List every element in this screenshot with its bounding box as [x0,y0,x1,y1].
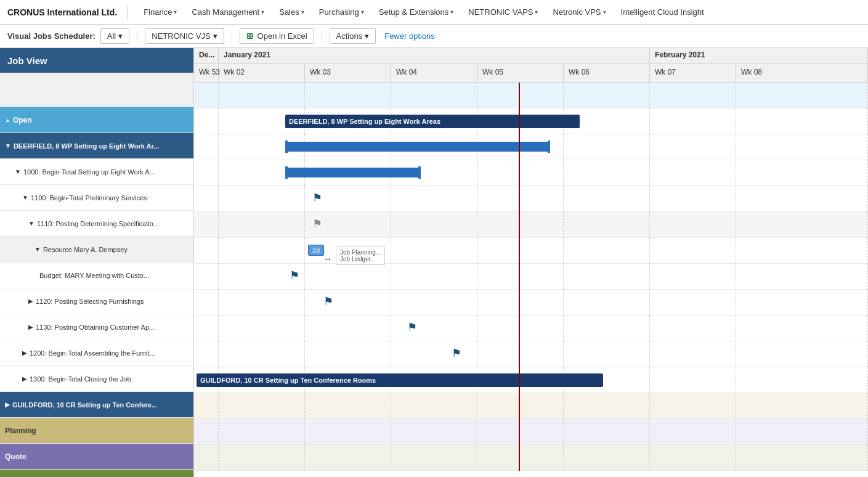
chevron-down-icon: ▾ [603,9,606,15]
chevron-down-icon: ▾ [301,9,304,15]
row-1200[interactable]: 1200: Begin-Total Assembling the Furnit.… [0,340,193,366]
company-name: CRONUS International Ltd. [7,7,117,17]
expand-icon [5,401,10,408]
actions-button[interactable]: Actions ▾ [330,28,376,44]
flag-1300: ⚑ [452,346,461,360]
expand-icon [28,324,33,330]
collapse-icon [34,246,41,253]
flag-1120: ⚑ [290,269,299,282]
gantt-rows: DEERFIELD, 8 WP Setting up Eight Work Ar… [194,83,868,471]
open-excel-button[interactable]: ⊞ Open in Excel [240,28,314,44]
gantt-row-1200: ⚑ [194,316,868,341]
expand-icon [22,349,27,356]
toolbar: Visual Jobs Scheduler: All ▾ NETRONIC VJ… [0,25,868,48]
flag-1200: ⚑ [407,320,417,334]
collapse-icon [15,168,21,175]
job-view-header: Job View [0,48,193,73]
row-1000[interactable]: 1000: Begin-Total Setting up Eight Work … [0,159,193,185]
row-1100[interactable]: 1100: Begin-Total Preliminary Services [0,185,193,211]
netronic-vjs-button[interactable]: NETRONIC VJS ▾ [145,28,224,44]
gantt-row-open [194,83,868,108]
week-03: Wk 03 [305,64,391,82]
nav-intelligent-cloud[interactable]: Intelligent Cloud Insight [615,2,710,22]
all-button[interactable]: All ▾ [100,28,129,44]
expand-icon [28,298,33,304]
nav-items: Finance ▾ Cash Management ▾ Sales ▾ Purc… [137,2,710,22]
gantt-header: De... January 2021 February 2021 Wk 53 W… [194,48,868,83]
week-08: Wk 08 [736,64,868,82]
gantt-row-quote [194,419,868,445]
week-04: Wk 04 [391,64,477,82]
row-1120[interactable]: 1120: Posting Selecting Furnishings [0,288,193,314]
deerfield-bar[interactable]: DEERFIELD, 8 WP Setting up Eight Work Ar… [285,115,580,128]
row-open[interactable]: Open [0,107,193,133]
toolbar-separator [137,30,137,43]
week-row: Wk 53 Wk 02 Wk 03 Wk 04 Wk 05 Wk 06 Wk 0… [194,64,868,82]
week-06: Wk 06 [564,64,650,82]
week-05: Wk 05 [477,64,564,82]
1100-bar[interactable] [285,168,421,177]
flag-1110: ⚑ [312,191,322,205]
nav-netronic-vaps[interactable]: NETRONIC VAPS ▾ [462,2,544,22]
gantt-panel: De... January 2021 February 2021 Wk 53 W… [194,48,868,477]
chevron-down-icon: ▾ [361,9,364,15]
gantt-row-1000 [194,134,868,160]
gantt-row-planning [194,393,868,419]
week-07: Wk 07 [650,64,736,82]
nav-finance[interactable]: Finance ▾ [137,2,183,22]
nav-sales[interactable]: Sales ▾ [273,2,310,22]
nav-netronic-vps[interactable]: Netronic VPS ▾ [546,2,612,22]
gantt-row-1120: ⚑ [194,264,868,290]
row-planning[interactable]: Planning [0,418,193,444]
collapse-icon [22,194,28,201]
nav-setup-extensions[interactable]: Setup & Extensions ▾ [373,2,460,22]
month-dec: De... [194,48,219,63]
gantt-row-1130: ⚑ [194,290,868,316]
chevron-down-icon: ▾ [261,9,264,15]
chevron-down-icon: ▾ [174,9,177,15]
nav-divider [127,5,128,20]
chevron-down-icon: ▾ [450,9,453,15]
gantt-row-resource-mary: ⚑ [194,212,868,238]
week-02: Wk 02 [219,64,305,82]
flag-resource: ⚑ [312,217,322,230]
row-guildford[interactable]: GUILDFORD, 10 CR Setting up Ten Confere.… [0,392,193,418]
1000-bar[interactable] [285,142,550,152]
gantt-row-budget: 2d ↔ Job Planning... Job Ledger... [194,238,868,264]
gantt-row-completed [194,445,868,471]
gantt-row-deerfield: DEERFIELD, 8 WP Setting up Eight Work Ar… [194,108,868,134]
collapse-icon [5,142,11,149]
month-jan: January 2021 [219,48,650,63]
row-completed[interactable]: Completed [0,470,193,477]
chevron-down-icon: ▾ [213,31,217,41]
row-budget-mary[interactable]: Budget: MARY Meeting with Custo... [0,263,193,288]
week-53: Wk 53 [194,64,219,82]
gantt-body: DEERFIELD, 8 WP Setting up Eight Work Ar… [194,83,868,477]
excel-icon: ⊞ [246,31,253,41]
today-line [519,83,520,471]
nav-purchasing[interactable]: Purchasing ▾ [313,2,370,22]
guildford-bar[interactable]: GUILDFORD, 10 CR Setting up Ten Conferen… [197,373,603,387]
row-1300[interactable]: 1300: Begin-Total Closing the Job [0,366,193,392]
row-resource-mary[interactable]: Resource Mary A. Dempsey [0,237,193,263]
budget-item[interactable]: 2d [308,245,324,256]
job-popup: Job Planning... Job Ledger... [336,247,385,265]
left-panel: Job View Open DEERFIELD, 8 WP Setting up… [0,48,194,477]
row-1130[interactable]: 1130: Posting Obtaining Customer Ap... [0,314,193,340]
tree-rows: Open DEERFIELD, 8 WP Setting up Eight Wo… [0,107,193,477]
row-deerfield[interactable]: DEERFIELD, 8 WP Setting up Eight Work Ar… [0,133,193,159]
chevron-down-icon: ▾ [365,31,369,41]
top-navigation: CRONUS International Ltd. Finance ▾ Cash… [0,0,868,25]
chevron-down-icon: ▾ [118,31,123,41]
toolbar-separator-3 [322,30,322,43]
nav-cash-management[interactable]: Cash Management ▾ [185,2,270,22]
row-1110[interactable]: 1110: Posting Determining Specificatio..… [0,211,193,237]
collapse-icon [28,220,34,227]
toolbar-page-label: Visual Jobs Scheduler: [7,31,95,41]
month-row: De... January 2021 February 2021 [194,48,868,64]
gantt-row-1110: ⚑ [194,186,868,212]
fewer-options-link[interactable]: Fewer options [381,29,439,43]
row-quote[interactable]: Quote [0,444,193,470]
chevron-down-icon: ▾ [535,9,538,15]
main-container: Job View Open DEERFIELD, 8 WP Setting up… [0,48,868,477]
